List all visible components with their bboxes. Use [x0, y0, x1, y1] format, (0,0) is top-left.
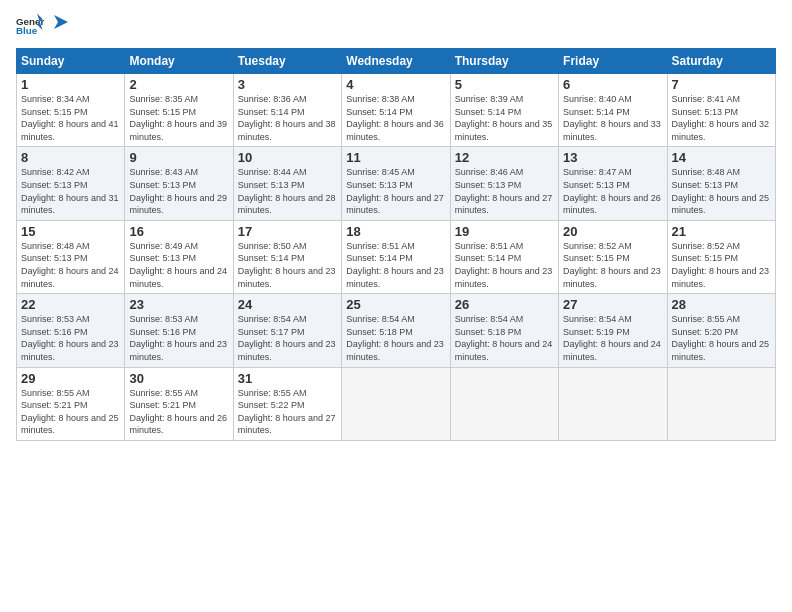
- day-number: 13: [563, 150, 662, 165]
- day-number: 6: [563, 77, 662, 92]
- table-row: 26Sunrise: 8:54 AMSunset: 5:18 PMDayligh…: [450, 294, 558, 367]
- table-row: [342, 367, 450, 440]
- day-detail: Sunrise: 8:54 AMSunset: 5:19 PMDaylight:…: [563, 313, 662, 363]
- table-row: 1Sunrise: 8:34 AMSunset: 5:15 PMDaylight…: [17, 74, 125, 147]
- day-number: 15: [21, 224, 120, 239]
- svg-text:Blue: Blue: [16, 25, 38, 36]
- col-monday: Monday: [125, 49, 233, 74]
- day-number: 30: [129, 371, 228, 386]
- logo-icon: General Blue: [16, 12, 44, 40]
- day-detail: Sunrise: 8:49 AMSunset: 5:13 PMDaylight:…: [129, 240, 228, 290]
- table-row: 11Sunrise: 8:45 AMSunset: 5:13 PMDayligh…: [342, 147, 450, 220]
- table-row: 8Sunrise: 8:42 AMSunset: 5:13 PMDaylight…: [17, 147, 125, 220]
- day-detail: Sunrise: 8:54 AMSunset: 5:18 PMDaylight:…: [455, 313, 554, 363]
- day-detail: Sunrise: 8:51 AMSunset: 5:14 PMDaylight:…: [346, 240, 445, 290]
- day-detail: Sunrise: 8:46 AMSunset: 5:13 PMDaylight:…: [455, 166, 554, 216]
- table-row: 16Sunrise: 8:49 AMSunset: 5:13 PMDayligh…: [125, 220, 233, 293]
- day-number: 25: [346, 297, 445, 312]
- day-detail: Sunrise: 8:39 AMSunset: 5:14 PMDaylight:…: [455, 93, 554, 143]
- col-saturday: Saturday: [667, 49, 775, 74]
- calendar-week-row: 29Sunrise: 8:55 AMSunset: 5:21 PMDayligh…: [17, 367, 776, 440]
- day-number: 29: [21, 371, 120, 386]
- day-number: 17: [238, 224, 337, 239]
- calendar-table: Sunday Monday Tuesday Wednesday Thursday…: [16, 48, 776, 441]
- table-row: [450, 367, 558, 440]
- table-row: 25Sunrise: 8:54 AMSunset: 5:18 PMDayligh…: [342, 294, 450, 367]
- header: General Blue: [16, 12, 776, 40]
- table-row: 10Sunrise: 8:44 AMSunset: 5:13 PMDayligh…: [233, 147, 341, 220]
- table-row: 4Sunrise: 8:38 AMSunset: 5:14 PMDaylight…: [342, 74, 450, 147]
- day-number: 3: [238, 77, 337, 92]
- table-row: 6Sunrise: 8:40 AMSunset: 5:14 PMDaylight…: [559, 74, 667, 147]
- day-number: 26: [455, 297, 554, 312]
- day-detail: Sunrise: 8:38 AMSunset: 5:14 PMDaylight:…: [346, 93, 445, 143]
- col-wednesday: Wednesday: [342, 49, 450, 74]
- day-number: 9: [129, 150, 228, 165]
- day-number: 1: [21, 77, 120, 92]
- calendar-header-row: Sunday Monday Tuesday Wednesday Thursday…: [17, 49, 776, 74]
- table-row: 28Sunrise: 8:55 AMSunset: 5:20 PMDayligh…: [667, 294, 775, 367]
- day-number: 7: [672, 77, 771, 92]
- day-detail: Sunrise: 8:50 AMSunset: 5:14 PMDaylight:…: [238, 240, 337, 290]
- day-number: 31: [238, 371, 337, 386]
- table-row: 7Sunrise: 8:41 AMSunset: 5:13 PMDaylight…: [667, 74, 775, 147]
- table-row: 23Sunrise: 8:53 AMSunset: 5:16 PMDayligh…: [125, 294, 233, 367]
- table-row: 14Sunrise: 8:48 AMSunset: 5:13 PMDayligh…: [667, 147, 775, 220]
- day-detail: Sunrise: 8:54 AMSunset: 5:18 PMDaylight:…: [346, 313, 445, 363]
- day-detail: Sunrise: 8:54 AMSunset: 5:17 PMDaylight:…: [238, 313, 337, 363]
- calendar-week-row: 8Sunrise: 8:42 AMSunset: 5:13 PMDaylight…: [17, 147, 776, 220]
- day-number: 2: [129, 77, 228, 92]
- day-detail: Sunrise: 8:35 AMSunset: 5:15 PMDaylight:…: [129, 93, 228, 143]
- table-row: 13Sunrise: 8:47 AMSunset: 5:13 PMDayligh…: [559, 147, 667, 220]
- day-detail: Sunrise: 8:41 AMSunset: 5:13 PMDaylight:…: [672, 93, 771, 143]
- day-detail: Sunrise: 8:47 AMSunset: 5:13 PMDaylight:…: [563, 166, 662, 216]
- table-row: 5Sunrise: 8:39 AMSunset: 5:14 PMDaylight…: [450, 74, 558, 147]
- day-detail: Sunrise: 8:45 AMSunset: 5:13 PMDaylight:…: [346, 166, 445, 216]
- day-number: 24: [238, 297, 337, 312]
- day-detail: Sunrise: 8:48 AMSunset: 5:13 PMDaylight:…: [21, 240, 120, 290]
- day-number: 27: [563, 297, 662, 312]
- table-row: 21Sunrise: 8:52 AMSunset: 5:15 PMDayligh…: [667, 220, 775, 293]
- calendar-week-row: 15Sunrise: 8:48 AMSunset: 5:13 PMDayligh…: [17, 220, 776, 293]
- day-detail: Sunrise: 8:52 AMSunset: 5:15 PMDaylight:…: [672, 240, 771, 290]
- day-number: 20: [563, 224, 662, 239]
- day-detail: Sunrise: 8:34 AMSunset: 5:15 PMDaylight:…: [21, 93, 120, 143]
- day-number: 18: [346, 224, 445, 239]
- day-detail: Sunrise: 8:44 AMSunset: 5:13 PMDaylight:…: [238, 166, 337, 216]
- day-detail: Sunrise: 8:53 AMSunset: 5:16 PMDaylight:…: [21, 313, 120, 363]
- day-detail: Sunrise: 8:55 AMSunset: 5:20 PMDaylight:…: [672, 313, 771, 363]
- logo: General Blue: [16, 12, 72, 40]
- table-row: 29Sunrise: 8:55 AMSunset: 5:21 PMDayligh…: [17, 367, 125, 440]
- day-detail: Sunrise: 8:52 AMSunset: 5:15 PMDaylight:…: [563, 240, 662, 290]
- day-detail: Sunrise: 8:40 AMSunset: 5:14 PMDaylight:…: [563, 93, 662, 143]
- day-number: 22: [21, 297, 120, 312]
- day-detail: Sunrise: 8:55 AMSunset: 5:22 PMDaylight:…: [238, 387, 337, 437]
- day-number: 16: [129, 224, 228, 239]
- table-row: 12Sunrise: 8:46 AMSunset: 5:13 PMDayligh…: [450, 147, 558, 220]
- table-row: 18Sunrise: 8:51 AMSunset: 5:14 PMDayligh…: [342, 220, 450, 293]
- table-row: 2Sunrise: 8:35 AMSunset: 5:15 PMDaylight…: [125, 74, 233, 147]
- day-detail: Sunrise: 8:36 AMSunset: 5:14 PMDaylight:…: [238, 93, 337, 143]
- day-number: 11: [346, 150, 445, 165]
- table-row: 9Sunrise: 8:43 AMSunset: 5:13 PMDaylight…: [125, 147, 233, 220]
- page: General Blue Sunday Monday Tuesday Wedne…: [0, 0, 792, 612]
- col-thursday: Thursday: [450, 49, 558, 74]
- day-number: 8: [21, 150, 120, 165]
- day-number: 28: [672, 297, 771, 312]
- day-number: 5: [455, 77, 554, 92]
- calendar-week-row: 1Sunrise: 8:34 AMSunset: 5:15 PMDaylight…: [17, 74, 776, 147]
- table-row: 20Sunrise: 8:52 AMSunset: 5:15 PMDayligh…: [559, 220, 667, 293]
- table-row: [559, 367, 667, 440]
- table-row: 3Sunrise: 8:36 AMSunset: 5:14 PMDaylight…: [233, 74, 341, 147]
- table-row: 19Sunrise: 8:51 AMSunset: 5:14 PMDayligh…: [450, 220, 558, 293]
- day-detail: Sunrise: 8:51 AMSunset: 5:14 PMDaylight:…: [455, 240, 554, 290]
- col-sunday: Sunday: [17, 49, 125, 74]
- logo-arrow-icon: [50, 11, 72, 33]
- day-number: 14: [672, 150, 771, 165]
- table-row: 17Sunrise: 8:50 AMSunset: 5:14 PMDayligh…: [233, 220, 341, 293]
- day-detail: Sunrise: 8:42 AMSunset: 5:13 PMDaylight:…: [21, 166, 120, 216]
- svg-marker-3: [54, 15, 68, 29]
- calendar-week-row: 22Sunrise: 8:53 AMSunset: 5:16 PMDayligh…: [17, 294, 776, 367]
- table-row: [667, 367, 775, 440]
- day-number: 21: [672, 224, 771, 239]
